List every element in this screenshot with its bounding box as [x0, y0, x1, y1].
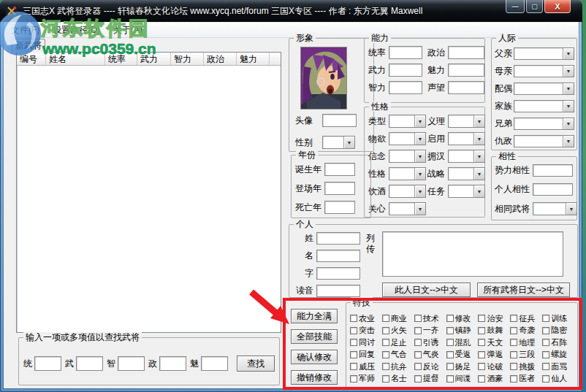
skill-item[interactable]: 反论 — [414, 361, 446, 372]
skill-checkbox[interactable] — [542, 375, 549, 383]
skill-checkbox[interactable] — [414, 351, 422, 358]
list-column-header[interactable]: 智力 — [171, 53, 204, 66]
skill-checkbox[interactable] — [478, 375, 485, 383]
skill-checkbox[interactable] — [542, 339, 549, 346]
year-input[interactable] — [324, 163, 355, 176]
action-button[interactable]: 能力全满 — [291, 309, 338, 323]
skill-item[interactable]: 论破 — [478, 361, 510, 372]
skill-item[interactable]: 挑拨 — [510, 361, 542, 372]
skill-item[interactable]: 足止 — [382, 337, 414, 348]
skill-item[interactable]: 征兵 — [510, 313, 542, 324]
skill-item[interactable]: 石阵 — [542, 337, 574, 348]
relation-combo[interactable]: ▼ — [514, 65, 574, 77]
tab-new-officer[interactable]: 新武将 — [12, 39, 45, 53]
year-input[interactable] — [324, 182, 355, 195]
relation-combo[interactable]: ▼ — [514, 118, 574, 130]
skill-item[interactable]: 提督 — [414, 373, 446, 384]
search-input[interactable] — [201, 356, 228, 371]
skill-checkbox[interactable] — [350, 327, 357, 334]
skill-item[interactable]: 面骂 — [542, 361, 574, 372]
skill-checkbox[interactable] — [542, 327, 549, 334]
chevron-down-icon[interactable]: ▼ — [563, 101, 574, 112]
list-column-header[interactable]: 姓名 — [46, 53, 105, 66]
skill-checkbox[interactable] — [350, 339, 357, 346]
skill-item[interactable]: 技术 — [414, 313, 446, 324]
ability-input[interactable] — [389, 46, 422, 59]
skill-checkbox[interactable] — [542, 351, 549, 358]
skill-item[interactable]: 商业 — [382, 313, 414, 324]
skill-checkbox[interactable] — [382, 315, 389, 322]
name-input[interactable] — [316, 285, 360, 297]
skill-checkbox[interactable] — [510, 375, 517, 383]
skill-checkbox[interactable] — [382, 339, 389, 346]
chevron-down-icon[interactable]: ▼ — [414, 185, 425, 197]
same-officer-combo[interactable]: ▼ — [533, 202, 577, 215]
chevron-down-icon[interactable]: ▼ — [563, 83, 574, 94]
skill-checkbox[interactable] — [414, 375, 422, 383]
personality-combo[interactable]: ▼ — [448, 167, 485, 180]
skill-item[interactable]: 突击 — [350, 325, 382, 336]
minimize-button[interactable]: — — [506, 0, 525, 13]
skill-checkbox[interactable] — [382, 351, 389, 358]
skill-item[interactable]: 回复 — [350, 349, 382, 360]
menu-item[interactable]: 设置路径(D) — [46, 22, 107, 39]
chevron-down-icon[interactable]: ▼ — [563, 48, 574, 59]
faction-compat-input[interactable] — [533, 164, 573, 177]
action-button[interactable]: 确认修改 — [291, 350, 338, 364]
personality-combo[interactable]: ▼ — [389, 185, 426, 198]
chevron-down-icon[interactable]: ▼ — [473, 115, 484, 127]
personality-combo[interactable]: ▼ — [389, 115, 426, 128]
skill-checkbox[interactable] — [478, 351, 485, 358]
skill-item[interactable]: 弹返 — [478, 349, 510, 360]
ability-input[interactable] — [448, 46, 484, 59]
search-input[interactable] — [76, 356, 103, 371]
skill-checkbox[interactable] — [414, 363, 422, 370]
skill-checkbox[interactable] — [350, 315, 357, 322]
chevron-down-icon[interactable]: ▼ — [473, 133, 484, 145]
biography-textarea[interactable] — [382, 231, 563, 277]
relation-combo[interactable]: ▼ — [514, 100, 574, 112]
menu-item[interactable]: 关于(A) — [107, 22, 149, 39]
action-button[interactable]: 撤销修改 — [291, 370, 338, 385]
list-column-header[interactable]: 政治 — [204, 53, 237, 66]
chevron-down-icon[interactable]: ▼ — [414, 203, 425, 215]
search-input[interactable] — [34, 356, 61, 371]
chevron-down-icon[interactable]: ▼ — [563, 118, 574, 129]
skill-checkbox[interactable] — [446, 339, 454, 346]
skill-item[interactable]: 天文 — [478, 337, 510, 348]
skill-item[interactable]: 治安 — [478, 313, 510, 324]
titlebar[interactable]: 三国志X 武将登录器 ---- 轩辕春秋文化论坛 www.xycq.net/fo… — [0, 0, 582, 22]
skill-item[interactable]: 奇袭 — [510, 325, 542, 336]
chevron-down-icon[interactable]: ▼ — [414, 168, 425, 180]
menu-item[interactable]: 文件(F) — [4, 22, 46, 39]
skill-item[interactable]: 农业 — [350, 313, 382, 324]
skill-checkbox[interactable] — [478, 363, 485, 370]
chevron-down-icon[interactable]: ▼ — [473, 150, 484, 162]
skill-checkbox[interactable] — [414, 327, 422, 334]
skill-checkbox[interactable] — [446, 363, 454, 370]
list-column-header[interactable]: 统率 — [105, 53, 137, 66]
skill-item[interactable]: 间谍 — [446, 373, 479, 384]
skill-item[interactable]: 鼓舞 — [478, 325, 510, 336]
chevron-down-icon[interactable]: ▼ — [563, 136, 574, 147]
ability-input[interactable] — [389, 64, 422, 77]
avatar-input[interactable] — [322, 114, 357, 127]
personality-combo[interactable]: ▼ — [389, 202, 426, 215]
skill-checkbox[interactable] — [478, 315, 485, 322]
chevron-down-icon[interactable]: ▼ — [414, 115, 425, 127]
skill-item[interactable]: 混乱 — [446, 337, 479, 348]
skill-item[interactable]: 抗弁 — [382, 361, 414, 372]
chevron-down-icon[interactable]: ▼ — [414, 133, 425, 145]
skill-checkbox[interactable] — [478, 339, 485, 346]
name-input[interactable] — [316, 232, 360, 245]
skill-checkbox[interactable] — [542, 315, 549, 322]
relation-combo[interactable]: ▼ — [514, 47, 574, 60]
search-input[interactable] — [159, 356, 186, 371]
ability-input[interactable] — [389, 81, 422, 94]
skill-item[interactable]: 扬足 — [446, 361, 479, 372]
name-input[interactable] — [316, 267, 360, 280]
chevron-down-icon[interactable]: ▼ — [566, 203, 577, 215]
skill-checkbox[interactable] — [350, 363, 357, 370]
skill-checkbox[interactable] — [510, 339, 517, 346]
relation-combo[interactable]: ▼ — [514, 135, 574, 147]
